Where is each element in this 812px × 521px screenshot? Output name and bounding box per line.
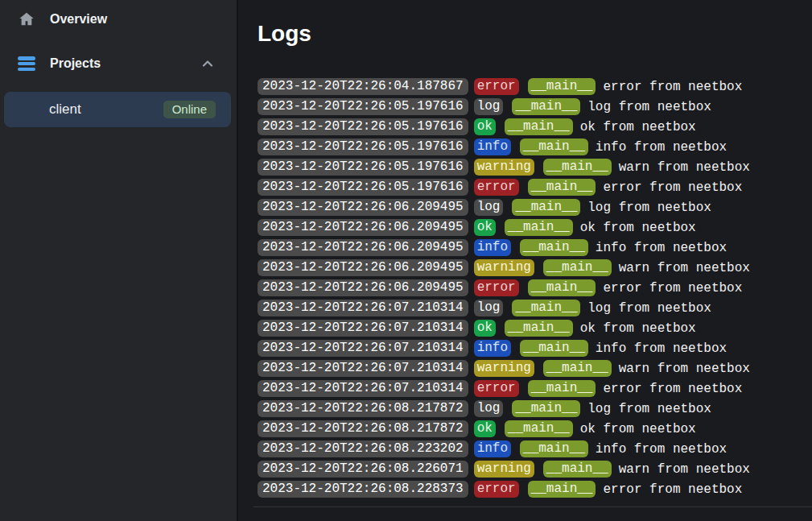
sidebar: Overview Projects client Online xyxy=(0,0,238,521)
log-message: error from neetbox xyxy=(603,80,742,94)
log-level-badge: info xyxy=(474,340,511,357)
log-module-badge: __main__ xyxy=(528,279,596,296)
log-message: info from neetbox xyxy=(596,241,727,255)
log-level-badge: info xyxy=(474,139,511,155)
log-level-badge: ok xyxy=(474,118,496,135)
log-row: 2023-12-20T22:26:07.210314 warning __mai… xyxy=(258,360,812,377)
log-module-badge: __main__ xyxy=(528,380,596,397)
log-row: 2023-12-20T22:26:08.228373 error __main_… xyxy=(258,481,812,498)
project-name: client xyxy=(49,101,163,118)
log-module-badge: __main__ xyxy=(512,300,580,316)
chevron-up-icon[interactable] xyxy=(201,57,214,70)
log-message: error from neetbox xyxy=(603,482,742,497)
log-level-badge: log xyxy=(474,400,504,417)
log-message: info from neetbox xyxy=(596,140,727,155)
log-module-badge: __main__ xyxy=(512,400,580,417)
log-list: 2023-12-20T22:26:04.187867 error __main_… xyxy=(258,78,812,498)
status-badge-online: Online xyxy=(163,101,216,118)
log-timestamp: 2023-12-20T22:26:06.209495 xyxy=(258,219,468,236)
log-timestamp: 2023-12-20T22:26:07.210314 xyxy=(258,340,468,357)
log-level-badge: ok xyxy=(474,320,496,337)
log-level-badge: warning xyxy=(474,360,534,377)
log-timestamp: 2023-12-20T22:26:08.226071 xyxy=(258,461,468,478)
log-level-badge: ok xyxy=(474,219,496,236)
log-message: ok from neetbox xyxy=(580,321,696,336)
sidebar-item-client-project[interactable]: client Online xyxy=(4,92,231,127)
log-row: 2023-12-20T22:26:08.217872 ok __main__ o… xyxy=(258,420,812,437)
log-message: info from neetbox xyxy=(596,442,727,457)
log-message: warn from neetbox xyxy=(619,462,750,477)
log-row: 2023-12-20T22:26:08.226071 warning __mai… xyxy=(258,461,812,478)
log-row: 2023-12-20T22:26:05.197616 log __main__ … xyxy=(258,98,812,115)
log-timestamp: 2023-12-20T22:26:07.210314 xyxy=(258,300,468,316)
log-level-badge: error xyxy=(474,78,519,95)
log-module-badge: __main__ xyxy=(543,360,612,377)
main-content: Logs 2023-12-20T22:26:04.187867 error __… xyxy=(238,0,812,521)
log-message: log from neetbox xyxy=(587,301,711,316)
log-timestamp: 2023-12-20T22:26:06.209495 xyxy=(258,199,468,216)
log-level-badge: log xyxy=(474,98,504,115)
log-module-badge: __main__ xyxy=(512,199,580,216)
log-timestamp: 2023-12-20T22:26:08.217872 xyxy=(258,400,468,417)
home-icon xyxy=(18,10,35,28)
log-timestamp: 2023-12-20T22:26:05.197616 xyxy=(258,118,468,135)
page-title: Logs xyxy=(258,21,812,47)
log-timestamp: 2023-12-20T22:26:05.197616 xyxy=(258,139,468,155)
log-module-badge: __main__ xyxy=(528,78,596,95)
log-row: 2023-12-20T22:26:05.197616 ok __main__ o… xyxy=(258,118,812,135)
log-module-badge: __main__ xyxy=(505,320,573,337)
log-timestamp: 2023-12-20T22:26:06.209495 xyxy=(258,279,468,296)
log-timestamp: 2023-12-20T22:26:06.209495 xyxy=(258,259,468,276)
log-module-badge: __main__ xyxy=(505,118,573,135)
log-level-badge: error xyxy=(474,179,519,196)
log-row: 2023-12-20T22:26:06.209495 ok __main__ o… xyxy=(258,219,812,236)
log-message: log from neetbox xyxy=(587,402,711,416)
log-row: 2023-12-20T22:26:08.217872 log __main__ … xyxy=(258,400,812,417)
log-timestamp: 2023-12-20T22:26:08.223202 xyxy=(258,440,468,457)
sidebar-item-overview[interactable]: Overview xyxy=(0,8,237,31)
log-message: warn from neetbox xyxy=(619,261,750,275)
log-row: 2023-12-20T22:26:06.209495 error __main_… xyxy=(258,279,812,296)
log-message: log from neetbox xyxy=(587,100,711,114)
log-level-badge: ok xyxy=(474,420,496,437)
log-timestamp: 2023-12-20T22:26:08.217872 xyxy=(258,420,468,437)
log-timestamp: 2023-12-20T22:26:08.228373 xyxy=(258,481,468,498)
log-timestamp: 2023-12-20T22:26:04.187867 xyxy=(258,78,468,95)
log-level-badge: error xyxy=(474,380,519,397)
sidebar-item-label: Projects xyxy=(50,56,201,71)
log-row: 2023-12-20T22:26:04.187867 error __main_… xyxy=(258,78,812,95)
log-module-badge: __main__ xyxy=(543,259,612,276)
log-timestamp: 2023-12-20T22:26:07.210314 xyxy=(258,360,468,377)
log-timestamp: 2023-12-20T22:26:06.209495 xyxy=(258,239,468,256)
list-bottom-divider xyxy=(253,507,812,507)
log-row: 2023-12-20T22:26:06.209495 log __main__ … xyxy=(258,199,812,216)
log-message: warn from neetbox xyxy=(619,160,750,175)
log-level-badge: log xyxy=(474,300,504,316)
log-row: 2023-12-20T22:26:05.197616 info __main__… xyxy=(258,139,812,155)
log-timestamp: 2023-12-20T22:26:05.197616 xyxy=(258,179,468,196)
list-bars-icon xyxy=(18,56,35,71)
log-level-badge: info xyxy=(474,440,511,457)
log-row: 2023-12-20T22:26:05.197616 error __main_… xyxy=(258,179,812,196)
log-row: 2023-12-20T22:26:07.210314 error __main_… xyxy=(258,380,812,397)
log-timestamp: 2023-12-20T22:26:05.197616 xyxy=(258,159,468,176)
log-module-badge: __main__ xyxy=(528,481,596,498)
log-message: ok from neetbox xyxy=(580,221,696,235)
log-level-badge: error xyxy=(474,279,519,296)
log-row: 2023-12-20T22:26:08.223202 info __main__… xyxy=(258,440,812,457)
log-message: error from neetbox xyxy=(603,180,742,195)
log-row: 2023-12-20T22:26:07.210314 info __main__… xyxy=(258,340,812,357)
log-module-badge: __main__ xyxy=(543,159,612,176)
log-module-badge: __main__ xyxy=(520,139,588,155)
log-row: 2023-12-20T22:26:05.197616 warning __mai… xyxy=(258,159,812,176)
sidebar-item-projects[interactable]: Projects xyxy=(0,52,237,75)
log-level-badge: warning xyxy=(474,461,534,478)
log-level-badge: warning xyxy=(474,259,534,276)
log-row: 2023-12-20T22:26:06.209495 info __main__… xyxy=(258,239,812,256)
log-module-badge: __main__ xyxy=(543,461,612,478)
sidebar-item-label: Overview xyxy=(50,12,224,27)
log-row: 2023-12-20T22:26:07.210314 ok __main__ o… xyxy=(258,320,812,337)
log-timestamp: 2023-12-20T22:26:07.210314 xyxy=(258,320,468,337)
log-module-badge: __main__ xyxy=(520,440,588,457)
log-message: info from neetbox xyxy=(596,341,727,356)
